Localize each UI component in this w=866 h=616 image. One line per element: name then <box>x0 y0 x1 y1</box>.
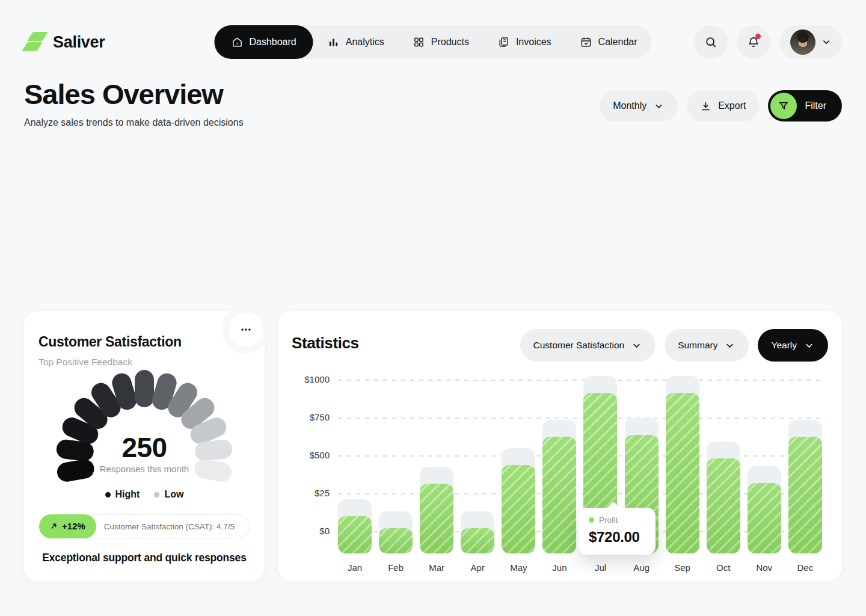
growth-badge: +12% <box>39 514 96 538</box>
bar-mar[interactable]: Mar <box>420 371 453 553</box>
profile-menu[interactable] <box>779 25 842 59</box>
legend-dot-high <box>105 492 111 497</box>
statistics-card: Statistics Customer Satisfaction Summary… <box>278 311 842 582</box>
x-axis-label: Sep <box>666 562 699 573</box>
growth-badge-value: +12% <box>62 521 85 531</box>
nav-item-label: Invoices <box>516 37 551 48</box>
download-icon <box>700 100 711 112</box>
bar-value <box>502 465 535 553</box>
lightning-logo-icon <box>24 30 46 54</box>
card-title: Customer Satisfaction <box>38 334 182 350</box>
bar-apr[interactable]: Apr <box>461 371 494 553</box>
notification-badge <box>755 34 761 39</box>
x-axis-label: Oct <box>707 562 740 573</box>
chevron-down-icon <box>803 340 815 351</box>
tooltip-value: $720.00 <box>589 529 656 546</box>
filter-button[interactable]: Filter <box>768 90 842 122</box>
invoices-icon <box>498 36 510 48</box>
y-axis-tick-label: $750 <box>278 412 330 422</box>
search-button[interactable] <box>694 25 728 59</box>
header-controls: Monthly Export Filter <box>600 90 842 122</box>
card-footer-text: Exceptional support and quick responses <box>24 552 265 564</box>
x-axis-label: Jun <box>542 562 576 573</box>
card-title: Statistics <box>292 334 359 353</box>
bar-sep[interactable]: Sep <box>666 371 699 553</box>
view-dropdown-label: Summary <box>678 340 717 351</box>
bar-dec[interactable]: Dec <box>788 371 822 553</box>
period-dropdown[interactable]: Monthly <box>600 90 678 122</box>
csat-score-text: Customer Satisfaction (CSAT): 4.7/5 <box>104 522 235 531</box>
gauge-segment <box>135 370 154 407</box>
metric-dropdown[interactable]: Customer Satisfaction <box>520 329 656 362</box>
period-dropdown-label: Monthly <box>613 100 646 111</box>
analytics-icon <box>328 36 340 48</box>
legend-label-low: Low <box>164 489 183 500</box>
nav-item-analytics[interactable]: Analytics <box>313 25 399 59</box>
topbar: Saliver DashboardAnalyticsProductsInvoic… <box>24 25 842 59</box>
tooltip-series-dot <box>589 517 594 523</box>
x-axis-label: May <box>502 562 535 573</box>
nav-item-products[interactable]: Products <box>399 25 484 59</box>
filter-button-label: Filter <box>805 100 826 111</box>
legend-item-high: Hight <box>105 489 140 500</box>
bar-value <box>420 484 453 553</box>
bar-nov[interactable]: Nov <box>748 371 781 553</box>
y-axis-tick-label: $25 <box>278 488 330 498</box>
funnel-icon <box>770 93 797 119</box>
tooltip-header: Profit <box>589 516 656 525</box>
ellipsis-icon <box>239 323 253 336</box>
notifications-button[interactable] <box>737 25 770 59</box>
y-axis-tick-label: $1000 <box>278 374 330 384</box>
gauge-value: 250 <box>24 431 265 464</box>
bar-value <box>666 393 699 553</box>
x-axis-label: Jan <box>338 562 372 573</box>
range-dropdown[interactable]: Yearly <box>758 329 828 362</box>
legend-dot-low <box>154 492 159 497</box>
legend-label-high: Hight <box>115 489 140 500</box>
statistics-controls: Customer Satisfaction Summary Yearly <box>520 329 828 362</box>
bar-oct[interactable]: Oct <box>707 371 740 553</box>
card-menu-button[interactable] <box>229 313 263 346</box>
grid-icon <box>413 36 425 48</box>
search-icon <box>704 35 717 49</box>
view-dropdown[interactable]: Summary <box>665 329 749 362</box>
chevron-down-icon <box>653 100 665 112</box>
nav-item-calendar[interactable]: Calendar <box>566 25 652 59</box>
bar-may[interactable]: May <box>502 371 535 553</box>
y-axis-tick-label: $0 <box>278 526 330 536</box>
metric-dropdown-label: Customer Satisfaction <box>533 340 625 351</box>
gauge-caption: Responses this month <box>24 464 265 474</box>
chevron-down-icon <box>631 340 642 351</box>
bar-jun[interactable]: Jun <box>542 371 576 553</box>
main-nav: DashboardAnalyticsProductsInvoicesCalend… <box>214 25 651 59</box>
card-subtitle: Top Positive Feedback <box>38 357 132 368</box>
legend-item-low: Low <box>154 489 183 500</box>
bar-feb[interactable]: Feb <box>379 371 413 553</box>
chart-tooltip: Profit $720.00 <box>579 508 656 555</box>
bar-value <box>748 483 781 553</box>
page-header: Sales Overview Analyze sales trends to m… <box>24 78 842 128</box>
x-axis-label: Jul <box>583 562 617 573</box>
nav-item-label: Analytics <box>346 37 384 48</box>
gauge-legend: Hight Low <box>24 489 265 500</box>
topbar-actions <box>694 25 842 59</box>
customer-satisfaction-card: Customer Satisfaction Top Positive Feedb… <box>24 311 265 582</box>
calendar-icon <box>580 36 592 48</box>
nav-item-label: Dashboard <box>249 37 296 48</box>
x-axis-label: Feb <box>379 562 413 573</box>
cards-row: Customer Satisfaction Top Positive Feedb… <box>24 311 842 582</box>
x-axis-label: Apr <box>461 562 494 573</box>
nav-item-dashboard[interactable]: Dashboard <box>214 25 313 59</box>
x-axis-label: Dec <box>788 562 822 573</box>
export-button[interactable]: Export <box>687 90 759 122</box>
home-icon <box>231 36 243 48</box>
bar-chart: JanFebMarAprMayJunJulAugSepOctNovDec Pro… <box>338 371 822 553</box>
nav-item-invoices[interactable]: Invoices <box>484 25 566 59</box>
y-axis-tick-label: $500 <box>278 450 330 460</box>
x-axis-label: Aug <box>625 562 659 573</box>
bar-value <box>707 458 740 553</box>
bar-jan[interactable]: Jan <box>338 371 372 553</box>
brand-name: Saliver <box>53 33 105 52</box>
brand-logo: Saliver <box>24 30 105 54</box>
tooltip-series-label: Profit <box>599 516 618 525</box>
